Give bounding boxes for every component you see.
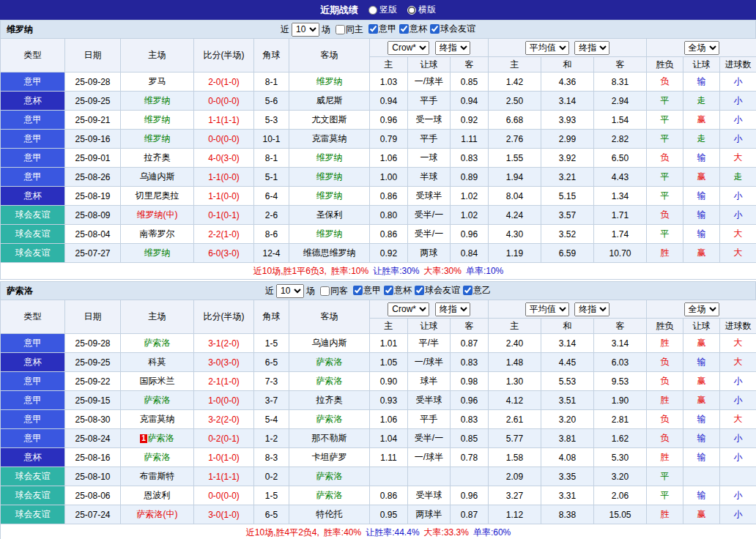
odds-company-select[interactable]: Crow* xyxy=(388,302,429,316)
league-filter[interactable]: 意甲 xyxy=(368,23,396,35)
avg-away-odds: 3.20 xyxy=(594,467,647,486)
league-label: 意甲 xyxy=(363,284,381,297)
league-label: 球会友谊 xyxy=(425,284,460,297)
home-team: 拉齐奥 xyxy=(121,149,194,168)
corner-score: 6-5 xyxy=(254,353,289,372)
recent-count-select[interactable]: 10 xyxy=(292,23,319,37)
handicap-line: 半球 xyxy=(408,168,451,187)
league-checkbox[interactable] xyxy=(415,286,424,295)
corner-score: 8-1 xyxy=(254,149,289,168)
scope-select[interactable]: 全场 xyxy=(684,302,719,316)
handicap-line: 一球 xyxy=(408,149,451,168)
vertical-view-radio[interactable] xyxy=(368,6,377,15)
league-filter[interactable]: 意杯 xyxy=(384,284,412,297)
handicap-home-odds: 1.11 xyxy=(370,448,408,467)
league-type-cell: 意甲 xyxy=(1,111,65,130)
avg-away-odds: 1.54 xyxy=(594,111,647,130)
avg-home-odds: 4.24 xyxy=(489,206,541,225)
summary-segment: 让胜率:30% xyxy=(373,266,419,276)
match-row: 球会友谊25-08-06恩波利0-0(0-0)1-5萨索洛0.86受半球0.96… xyxy=(1,486,756,505)
odds-stage-select[interactable]: 终指 xyxy=(435,302,470,316)
league-filter[interactable]: 意乙 xyxy=(463,284,491,297)
match-date: 25-08-30 xyxy=(65,410,121,429)
avg-stage-select[interactable]: 终指 xyxy=(574,302,609,316)
league-checkbox[interactable] xyxy=(368,24,378,34)
away-team: 维罗纳 xyxy=(289,168,370,187)
odds-stage-select[interactable]: 终指 xyxy=(435,41,470,55)
score: 0-2(0-1) xyxy=(194,429,254,448)
score: 2-0(1-0) xyxy=(194,73,254,92)
avg-select[interactable]: 平均值 xyxy=(525,302,569,316)
league-type-cell: 意甲 xyxy=(1,334,65,353)
league-filter[interactable]: 球会友谊 xyxy=(430,23,475,35)
handicap-away-odds xyxy=(451,467,489,486)
match-date: 25-08-09 xyxy=(65,206,121,225)
col-res-wdl: 胜负 xyxy=(647,319,683,334)
view-option-horizontal[interactable]: 横版 xyxy=(407,4,436,16)
league-type-cell: 球会友谊 xyxy=(1,206,65,225)
home-team: 克雷莫纳 xyxy=(121,410,194,429)
avg-draw-odds: 3.51 xyxy=(541,391,594,410)
home-team: 切里尼奥拉 xyxy=(121,187,194,206)
handicap-line: 受球半 xyxy=(408,187,451,206)
avg-home-odds: 2.76 xyxy=(489,130,541,149)
away-team: 维罗纳 xyxy=(289,187,370,206)
corner-score: 0-2 xyxy=(254,467,289,486)
handicap-line xyxy=(408,467,451,486)
match-rows: 意甲25-09-28罗马2-0(1-0)8-1维罗纳1.03一/球半0.851.… xyxy=(1,73,756,263)
corner-score: 1-5 xyxy=(254,486,289,505)
result-handicap: 输 xyxy=(683,225,720,244)
result-handicap: 输 xyxy=(683,448,720,467)
avg-home-odds: 2.09 xyxy=(489,467,541,486)
league-checkbox[interactable] xyxy=(430,24,440,34)
scope-select[interactable]: 全场 xyxy=(684,41,719,55)
handicap-line: 一/球半 xyxy=(408,73,451,92)
away-team: 维罗纳 xyxy=(289,225,370,244)
handicap-line: 两球半 xyxy=(408,505,451,524)
handicap-away-odds: 0.96 xyxy=(451,486,489,505)
score: 2-2(1-0) xyxy=(194,225,254,244)
handicap-home-odds: 1.00 xyxy=(370,168,408,187)
col-eu-away: 客 xyxy=(594,319,647,334)
same-venue-checkbox[interactable] xyxy=(336,25,345,34)
league-checkbox[interactable] xyxy=(399,24,409,34)
league-type-cell: 球会友谊 xyxy=(1,505,65,524)
league-checkbox[interactable] xyxy=(353,286,363,295)
same-venue-checkbox[interactable] xyxy=(320,286,330,296)
home-team: 乌迪内斯 xyxy=(121,168,194,187)
league-filter[interactable]: 意甲 xyxy=(353,284,381,297)
away-team: 萨索洛 xyxy=(289,353,370,372)
same-venue-filter[interactable]: 同客 xyxy=(320,285,348,297)
away-team: 圣保利 xyxy=(289,206,370,225)
league-checkbox[interactable] xyxy=(463,286,472,295)
recent-count-select[interactable]: 10 xyxy=(276,284,304,298)
avg-select[interactable]: 平均值 xyxy=(525,41,569,55)
horizontal-view-radio[interactable] xyxy=(407,6,416,15)
handicap-home-odds: 0.86 xyxy=(370,486,408,505)
home-team: 维罗纳 xyxy=(121,130,194,149)
corner-score: 6-5 xyxy=(254,505,289,524)
away-team: 萨索洛 xyxy=(289,467,370,486)
result-handicap: 赢 xyxy=(683,334,720,353)
avg-draw-odds: 3.31 xyxy=(541,486,594,505)
score: 1-1(1-1) xyxy=(194,111,254,130)
result-handicap: 输 xyxy=(683,410,720,429)
league-filter[interactable]: 球会友谊 xyxy=(415,284,460,297)
avg-home-odds: 8.04 xyxy=(489,187,541,206)
league-checkbox[interactable] xyxy=(384,286,393,295)
league-type-cell: 意甲 xyxy=(1,410,65,429)
same-venue-filter[interactable]: 同主 xyxy=(336,23,363,36)
avg-stage-select[interactable]: 终指 xyxy=(574,41,609,55)
match-date: 25-08-04 xyxy=(65,225,121,244)
result-wdl: 胜 xyxy=(647,334,683,353)
match-date: 25-09-25 xyxy=(65,92,121,111)
match-row: 意杯25-08-19切里尼奥拉1-1(0-0)6-4维罗纳0.86受球半1.02… xyxy=(1,187,756,206)
score: 1-1(1-1) xyxy=(194,467,254,486)
handicap-home-odds: 0.79 xyxy=(370,130,408,149)
col-date: 日期 xyxy=(65,39,121,73)
match-rows: 意甲25-09-28萨索洛3-1(2-0)1-5乌迪内斯1.01平/半0.872… xyxy=(1,334,756,524)
corner-score: 8-1 xyxy=(254,73,289,92)
league-filter[interactable]: 意杯 xyxy=(399,23,427,35)
odds-company-select[interactable]: Crow* xyxy=(388,41,429,55)
view-option-vertical[interactable]: 竖版 xyxy=(368,4,397,16)
